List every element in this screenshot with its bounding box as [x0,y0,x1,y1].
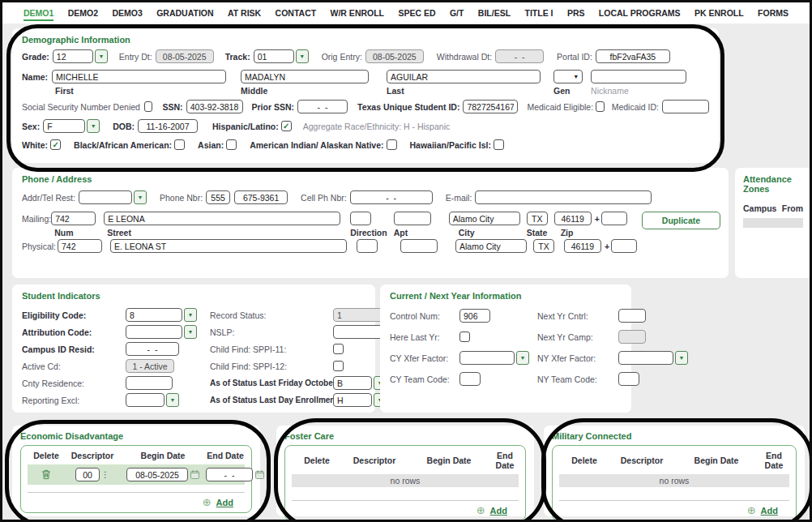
reporting-excl-input[interactable] [126,393,165,407]
addr-tel-rest-input[interactable] [79,190,132,204]
race-black-checkbox[interactable] [174,139,185,150]
mailing-street-input[interactable] [104,212,340,225]
tab-forms[interactable]: FORMS [758,5,788,21]
add-row-link[interactable]: Add [216,498,233,507]
medicaid-eligible-checkbox[interactable] [596,101,605,112]
grade-input[interactable] [53,49,93,63]
mailing-city-input[interactable] [449,212,520,225]
race-native-label: American Indian/ Alaskan Native: [250,140,383,150]
cnty-residence-input[interactable] [126,376,173,390]
tab-local-programs[interactable]: LOCAL PROGRAMS [599,5,681,21]
medicaid-id-input[interactable] [662,100,709,113]
physical-apt-input[interactable] [400,239,438,253]
physical-direction-input[interactable] [357,239,378,253]
add-row-link[interactable]: Add [490,506,507,516]
tab-graduation[interactable]: GRADUATION [156,5,213,21]
ssn-denied-checkbox[interactable] [144,101,153,112]
tab-bil-esl[interactable]: BIL/ESL [478,5,511,21]
hispanic-checkbox[interactable]: ✓ [281,121,292,131]
track-input[interactable] [254,49,294,63]
physical-zip4-input[interactable] [611,239,637,253]
mailing-num-input[interactable] [51,212,96,225]
ny-team-code-input[interactable] [618,372,639,386]
control-num-input[interactable] [459,309,490,323]
mailing-zip-input[interactable] [554,212,592,225]
mailing-apt-input[interactable] [394,212,431,225]
ny-xfer-factor-input[interactable] [618,351,673,365]
tab-prs[interactable]: PRS [567,5,585,21]
next-yr-cntrl-input[interactable] [618,309,646,323]
cy-team-code-input[interactable] [459,372,481,386]
middle-name-input[interactable] [241,70,369,83]
duplicate-button[interactable]: Duplicate [642,212,720,229]
here-last-yr-checkbox[interactable] [459,332,470,342]
gen-select[interactable]: ▼ [553,70,583,83]
delete-row-button[interactable] [28,469,65,480]
tab-at-risk[interactable]: AT RISK [228,5,261,21]
race-white-checkbox[interactable]: ✓ [50,139,61,150]
sex-input[interactable] [43,119,85,133]
sex-dropdown-button[interactable]: ▼ [87,119,100,133]
cell-ph-input[interactable] [350,190,433,204]
race-pacific-checkbox[interactable] [494,139,504,150]
cy-xfer-dropdown-button[interactable]: ▼ [516,351,529,365]
phone-number-input[interactable] [234,190,288,204]
mailing-zip4-input[interactable] [601,212,627,225]
last-name-input[interactable] [387,70,541,83]
eligibility-code-dropdown-button[interactable]: ▼ [184,308,197,322]
tab-title-i[interactable]: TITLE I [524,5,553,21]
add-row-link[interactable]: Add [761,506,778,516]
grade-dropdown-button[interactable]: ▼ [95,49,108,63]
child-find-sppi12-checkbox[interactable] [333,361,344,371]
eligibility-code-input[interactable] [126,308,182,322]
add-circle-icon[interactable]: ⊕ [203,497,212,507]
mailing-state-input[interactable] [527,212,548,225]
tab-gt[interactable]: G/T [450,5,464,21]
reporting-excl-dropdown-button[interactable]: ▼ [166,393,179,407]
race-asian-checkbox[interactable] [226,139,237,150]
attribution-code-input[interactable] [126,325,182,339]
first-name-input[interactable] [52,70,226,83]
email-input[interactable] [475,190,652,204]
as-of-last-day-input[interactable] [333,393,372,407]
end-date-input[interactable] [206,468,253,481]
tab-pk-enroll[interactable]: PK ENROLL [694,5,744,21]
add-circle-icon[interactable]: ⊕ [477,505,485,516]
portal-id-input[interactable] [596,49,670,63]
tab-demo1[interactable]: DEMO1 [24,5,53,21]
physical-num-input[interactable] [58,239,102,253]
nickname-input[interactable] [591,70,686,83]
cy-xfer-factor-input[interactable] [459,351,515,365]
physical-city-input[interactable] [455,239,527,253]
mailing-direction-input[interactable] [350,212,371,225]
dropdown-arrow-icon: ▼ [98,53,104,59]
prior-ssn-input[interactable] [297,100,348,113]
addr-tel-rest-dropdown-button[interactable]: ▼ [134,190,147,204]
track-dropdown-button[interactable]: ▼ [296,49,309,63]
tab-demo3[interactable]: DEMO3 [112,5,142,21]
ssn-input[interactable] [186,100,243,113]
descriptor-lookup-icon[interactable]: ⋮ [101,470,109,479]
physical-zip-input[interactable] [564,239,601,253]
tx-unique-id-input[interactable] [463,100,518,113]
tab-contact[interactable]: CONTACT [276,5,317,21]
as-of-october-input[interactable] [333,376,372,390]
add-circle-icon[interactable]: ⊕ [747,505,756,516]
tab-demo2[interactable]: DEMO2 [68,5,98,21]
physical-state-input[interactable] [533,239,554,253]
street-column-label: Street [104,228,340,237]
campus-id-resid-input[interactable] [126,342,179,356]
phone-area-input[interactable] [206,190,230,204]
calendar-icon[interactable] [255,470,264,479]
descriptor-input[interactable] [75,468,100,481]
tab-wr-enroll[interactable]: W/R ENROLL [331,5,385,21]
calendar-icon[interactable] [190,470,199,479]
child-find-sppi11-checkbox[interactable] [333,344,344,354]
tab-spec-ed[interactable]: SPEC ED [398,5,435,21]
dob-input[interactable] [138,119,198,133]
begin-date-input[interactable] [126,468,188,481]
race-native-checkbox[interactable] [387,139,397,150]
physical-street-input[interactable] [110,239,347,253]
ny-xfer-dropdown-button[interactable]: ▼ [675,351,688,365]
attribution-code-dropdown-button[interactable]: ▼ [184,325,197,339]
